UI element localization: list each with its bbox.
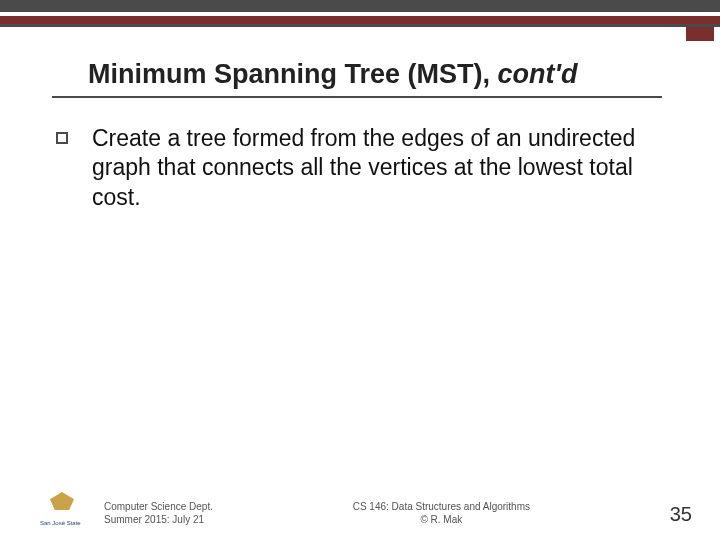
footer-left: Computer Science Dept. Summer 2015: July…: [104, 501, 213, 526]
page-number: 35: [670, 503, 692, 526]
footer-course: CS 146: Data Structures and Algorithms: [213, 501, 670, 514]
footer-center: CS 146: Data Structures and Algorithms ©…: [213, 501, 670, 526]
logo-text: San José State: [40, 520, 81, 526]
footer-term: Summer 2015: July 21: [104, 514, 213, 527]
content-area: Create a tree formed from the edges of a…: [0, 98, 720, 212]
footer-copyright: © R. Mak: [213, 514, 670, 527]
band-maroon: [0, 16, 720, 24]
university-logo: San José State: [40, 492, 86, 526]
accent-block: [686, 27, 714, 41]
bullet-item: Create a tree formed from the edges of a…: [56, 124, 660, 212]
title-tail: cont'd: [498, 59, 578, 89]
square-bullet-icon: [56, 132, 68, 144]
footer-dept: Computer Science Dept.: [104, 501, 213, 514]
top-decorative-bands: [0, 0, 720, 41]
accent-row: [0, 27, 720, 41]
title-main: Minimum Spanning Tree (MST),: [88, 59, 498, 89]
bullet-text: Create a tree formed from the edges of a…: [92, 124, 660, 212]
logo-icon: [50, 492, 74, 510]
band-dark: [0, 0, 720, 12]
slide-title: Minimum Spanning Tree (MST), cont'd: [0, 41, 720, 96]
slide-footer: San José State Computer Science Dept. Su…: [0, 492, 720, 526]
